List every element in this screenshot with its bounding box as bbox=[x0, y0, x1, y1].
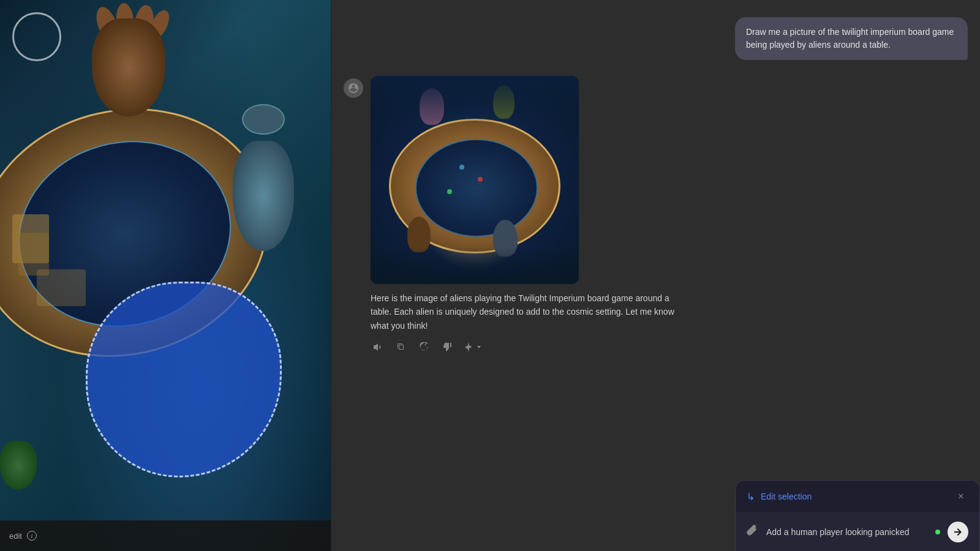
sparkle-icon bbox=[464, 342, 473, 352]
edit-label: edit bbox=[9, 531, 22, 541]
user-message-container: Draw me a picture of the twilight imperi… bbox=[331, 12, 980, 65]
edit-input-row bbox=[736, 513, 979, 551]
chat-content: Draw me a picture of the twilight imperi… bbox=[331, 0, 980, 551]
refresh-icon bbox=[420, 342, 429, 352]
ai-message-body: Here is the image of aliens playing the … bbox=[371, 76, 677, 354]
edit-selection-header: ↳ Edit selection × bbox=[736, 481, 979, 513]
green-dot-indicator bbox=[935, 530, 940, 534]
generated-image[interactable] bbox=[371, 76, 579, 284]
ai-message-container: Here is the image of aliens playing the … bbox=[331, 71, 980, 359]
user-bubble: Draw me a picture of the twilight imperi… bbox=[735, 17, 968, 60]
copy-icon bbox=[396, 342, 406, 352]
edit-selection-title: Edit selection bbox=[761, 492, 948, 501]
image-bottom-bar: edit i bbox=[0, 520, 331, 551]
edit-panel: ↳ Edit selection × bbox=[735, 480, 980, 551]
ai-avatar bbox=[344, 78, 363, 98]
send-button[interactable] bbox=[948, 522, 968, 542]
selection-overlay[interactable] bbox=[86, 282, 282, 478]
close-edit-button[interactable]: × bbox=[954, 489, 968, 504]
chevron-down-icon bbox=[476, 344, 482, 350]
image-overlay-bottom bbox=[371, 247, 579, 284]
board-card-3 bbox=[37, 269, 86, 306]
volume-button[interactable] bbox=[371, 340, 385, 354]
alien-figure-right bbox=[233, 141, 294, 251]
gen-table-inner bbox=[415, 139, 538, 237]
thumbsdown-icon bbox=[443, 342, 453, 352]
main-image-canvas bbox=[0, 0, 331, 551]
hex-dot bbox=[459, 165, 464, 170]
alien-body bbox=[92, 18, 165, 116]
generated-image-inner bbox=[371, 76, 579, 284]
copy-button[interactable] bbox=[394, 340, 409, 354]
user-message-text: Draw me a picture of the twilight imperi… bbox=[746, 27, 954, 50]
info-icon[interactable]: i bbox=[27, 531, 37, 541]
regenerate-button[interactable] bbox=[417, 340, 432, 354]
action-icons-row bbox=[371, 340, 677, 354]
paperclip-icon bbox=[747, 525, 759, 537]
send-icon bbox=[953, 527, 963, 537]
volume-icon bbox=[373, 342, 383, 352]
openai-icon bbox=[347, 82, 360, 94]
chat-panel: Draw me a picture of the twilight imperi… bbox=[331, 0, 980, 551]
ai-response-text: Here is the image of aliens playing the … bbox=[371, 291, 677, 332]
alien-figure-left bbox=[0, 441, 37, 490]
hex-dot bbox=[478, 177, 483, 182]
image-overlay-top bbox=[371, 76, 579, 125]
hex-dot bbox=[447, 189, 452, 194]
brush-circle-indicator bbox=[12, 12, 61, 61]
alien-figure bbox=[74, 0, 184, 122]
edit-arrow-icon: ↳ bbox=[747, 491, 755, 503]
thumbsdown-button[interactable] bbox=[440, 340, 455, 354]
alien-head-right bbox=[242, 104, 285, 135]
image-panel: edit i bbox=[0, 0, 331, 551]
edit-text-input[interactable] bbox=[766, 527, 928, 537]
attach-icon[interactable] bbox=[747, 525, 759, 540]
sparkle-button[interactable] bbox=[464, 342, 482, 352]
